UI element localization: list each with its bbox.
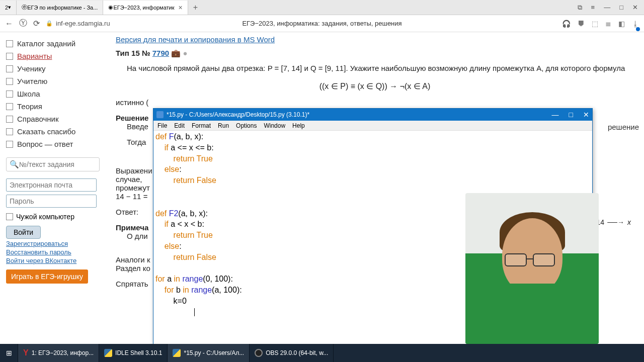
formula: ((x ∈ P) ≡ (x ∈ Q)) → ¬(x ∈ A) — [116, 81, 634, 91]
email-field[interactable] — [6, 178, 97, 192]
login-button[interactable]: Войти — [6, 226, 41, 239]
address-bar: ← Ⓨ ⟳ 🔒inf-ege.sdamgia.ru ЕГЭ−2023, инфо… — [0, 15, 644, 32]
lock-icon: 🔒 — [46, 20, 53, 27]
search-input[interactable]: 🔍 — [6, 157, 100, 171]
sidebar-item-teacher[interactable]: Учителю — [6, 75, 100, 87]
menu-icon[interactable]: ≡ — [591, 4, 595, 12]
menu-help[interactable]: Help — [292, 122, 305, 129]
restore-link[interactable]: Восстановить пароль — [6, 248, 100, 256]
idle-maximize-icon[interactable]: □ — [569, 111, 573, 119]
copy-icon[interactable]: ⧉ — [578, 4, 582, 12]
vk-login-link[interactable]: Войти через ВКонтакте — [6, 257, 100, 264]
idle-close-icon[interactable]: ✕ — [583, 111, 589, 119]
close-icon[interactable]: × — [179, 4, 183, 12]
windows-taskbar: ⊞ Y1: ЕГЭ−2023, инфор... IDLE Shell 3.10… — [0, 344, 644, 362]
search-icon: 🔍 — [10, 160, 19, 169]
taskbar-idle-shell[interactable]: IDLE Shell 3.10.1 — [99, 344, 168, 362]
istinno-text: истинно ( — [116, 98, 634, 107]
menu-file[interactable]: File — [157, 122, 167, 129]
python-icon — [156, 111, 164, 118]
sidebar-item-school[interactable]: Школа — [6, 87, 100, 100]
start-button[interactable]: ⊞ — [0, 344, 18, 362]
close-window-icon[interactable]: ✕ — [632, 4, 638, 12]
yandex-icon[interactable]: Ⓨ — [19, 18, 27, 29]
taskbar-yandex[interactable]: Y1: ЕГЭ−2023, инфор... — [18, 344, 99, 362]
webcam-overlay — [465, 193, 599, 344]
sidebar: Каталог заданий Варианты Ученику Учителю… — [0, 32, 106, 344]
menu-format[interactable]: Format — [192, 122, 211, 129]
task-header: Тип 15 № 7790 💼 ● — [116, 49, 634, 58]
minimize-icon[interactable]: — — [604, 4, 610, 12]
bookmark-icon[interactable]: ◧ — [618, 20, 625, 28]
browser-titlebar: 2 ▾ ⓔ ЕГЭ по информатике - За... ◉ ЕГЭ−2… — [0, 0, 644, 15]
print-link[interactable]: Версия для печати и копирования в MS Wor… — [116, 35, 275, 44]
play-game-button[interactable]: Играть в ЕГЭ-игрушку — [6, 269, 88, 284]
idle-titlebar[interactable]: *15.py - C:/Users/Александр/Desktop/15.p… — [153, 109, 592, 121]
menu-edit[interactable]: Edit — [174, 122, 185, 129]
back-button[interactable]: ← — [5, 19, 13, 28]
task-number-link[interactable]: 7790 — [152, 49, 169, 57]
download-icon[interactable]: ⭳ — [632, 20, 639, 28]
sidebar-item-student[interactable]: Ученику — [6, 62, 100, 75]
reload-button[interactable]: ⟳ — [33, 19, 40, 28]
login-form: Чужой компьютер Войти Зарегистрироваться… — [6, 178, 100, 284]
maximize-icon[interactable]: □ — [619, 4, 623, 12]
feed-icon[interactable]: ≣ — [605, 20, 611, 28]
idle-menubar: File Edit Format Run Options Window Help — [153, 121, 592, 131]
shield-icon[interactable]: ⛊ — [578, 20, 585, 28]
extension-icon[interactable]: ⬚ — [592, 20, 598, 28]
headphones-icon[interactable]: 🎧 — [562, 20, 571, 28]
menu-window[interactable]: Window — [264, 122, 285, 129]
tab-counter[interactable]: 2 ▾ — [0, 1, 17, 15]
sidebar-item-catalog[interactable]: Каталог заданий — [6, 37, 100, 50]
solution-link[interactable]: решение — [608, 123, 639, 131]
page-title: ЕГЭ−2023, информатика: задания, ответы, … — [242, 20, 401, 27]
tab-2-active[interactable]: ◉ ЕГЭ−2023, информатик× — [103, 1, 188, 15]
new-tab-button[interactable]: + — [188, 3, 203, 12]
foreign-pc-checkbox[interactable] — [6, 213, 13, 220]
sidebar-item-qa[interactable]: Вопрос — ответ — [6, 138, 100, 150]
sidebar-item-theory[interactable]: Теория — [6, 100, 100, 113]
sidebar-item-reference[interactable]: Справочник — [6, 113, 100, 125]
sidebar-item-variants[interactable]: Варианты — [6, 50, 100, 62]
taskbar-obs[interactable]: OBS 29.0.0 (64-bit, w... — [250, 344, 334, 362]
url-field[interactable]: 🔒inf-ege.sdamgia.ru — [46, 20, 110, 27]
register-link[interactable]: Зарегистрироваться — [6, 240, 100, 247]
tab-1[interactable]: ⓔ ЕГЭ по информатике - За... — [17, 1, 103, 15]
menu-run[interactable]: Run — [218, 122, 229, 129]
taskbar-idle-file[interactable]: *15.py - C:/Users/Ал... — [168, 344, 250, 362]
menu-options[interactable]: Options — [236, 122, 257, 129]
task-text: На числовой прямой даны два отрезка: P =… — [116, 63, 634, 74]
notification-badge — [636, 27, 640, 31]
idle-minimize-icon[interactable]: — — [552, 111, 559, 119]
password-field[interactable] — [6, 195, 97, 208]
sidebar-item-thanks[interactable]: Сказать спасибо — [6, 125, 100, 138]
